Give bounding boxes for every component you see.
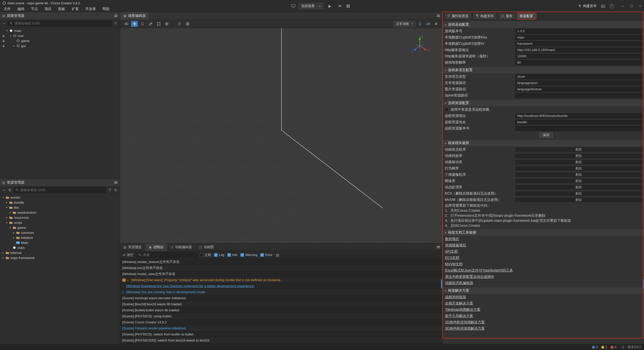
expand-arrow-icon[interactable]: › xyxy=(122,290,125,294)
tree-node[interactable]: ▸common xyxy=(0,230,120,235)
delete-button[interactable]: 删除 xyxy=(575,172,582,177)
status-error-count[interactable]: 0 xyxy=(611,345,616,349)
delete-button[interactable]: 删除 xyxy=(575,191,582,196)
doc-link[interactable]: 游戏模板项目 xyxy=(445,242,466,248)
delete-button[interactable]: 删除 xyxy=(575,179,582,183)
console-tab[interactable]: ▤资源预览 xyxy=(120,243,145,251)
add-asset-button[interactable]: + xyxy=(2,188,6,192)
tree-arrow-icon[interactable]: ▾ xyxy=(5,206,9,209)
inspector-tab[interactable]: 构建发布 xyxy=(473,13,496,19)
delete-button[interactable]: 删除 xyxy=(575,147,582,152)
tree-node[interactable]: TSMain xyxy=(0,240,120,245)
doc-link[interactable]: 动画状态机编辑器 xyxy=(445,280,473,286)
log-row[interactable]: [Scene] Forward render pipeline initiali… xyxy=(120,325,442,331)
config-input[interactable] xyxy=(515,60,642,65)
step-button[interactable] xyxy=(336,3,343,9)
grid-toggle-button[interactable] xyxy=(184,21,191,27)
log-row[interactable]: [Window] model_view文件夹不存在 xyxy=(120,271,442,277)
section-header[interactable]: ▾游戏资源配置 xyxy=(443,100,644,106)
log-row[interactable]: [Scene] [PHYSICS]: using builtin. xyxy=(120,313,442,319)
inspector-tab[interactable]: 属性检查器 xyxy=(445,13,471,19)
move-tool-button[interactable] xyxy=(131,21,138,27)
doc-link[interactable]: 3D角色扮演游戏解决方案 xyxy=(445,325,485,332)
tree-arrow-icon[interactable]: ▸ xyxy=(5,216,9,219)
tree-arrow-icon[interactable]: ▸ xyxy=(9,211,12,214)
collapse-logs-icon[interactable]: ▤ xyxy=(275,253,279,257)
delete-button[interactable]: 删除 xyxy=(575,160,582,164)
log-row[interactable]: [Window] render_texture文件夹不存在 xyxy=(120,259,442,265)
tree-arrow-icon[interactable]: ▸ xyxy=(2,251,5,254)
menu-item[interactable]: 开发者 xyxy=(82,7,99,11)
menu-item[interactable]: 面板 xyxy=(55,7,68,11)
scene-settings-button[interactable]: ⚙ xyxy=(433,21,439,27)
filter-icon[interactable] xyxy=(108,189,112,191)
section-header[interactable]: ▾游戏多语言配置 xyxy=(443,67,644,73)
tree-node[interactable]: ▸resources xyxy=(0,215,120,220)
image-preview-icon[interactable] xyxy=(601,5,605,8)
doc-link[interactable]: 原生包热更新配置自动生成插件 xyxy=(445,274,494,280)
config-input[interactable] xyxy=(515,35,642,40)
lock-icon[interactable] xyxy=(2,39,5,42)
filter-warning[interactable]: ✓Warning xyxy=(240,253,257,257)
rotate-tool-button[interactable] xyxy=(139,21,146,27)
doc-link[interactable]: MVVM文档 xyxy=(445,261,463,267)
tree-arrow-icon[interactable]: ▸ xyxy=(12,236,16,239)
section-header[interactable]: ▾框架解决方案 xyxy=(443,287,644,294)
tree-arrow-icon[interactable]: ▾ xyxy=(9,226,12,229)
tree-node[interactable]: ▸bundle xyxy=(0,200,120,205)
doc-link[interactable]: 2D角色扮演游戏解决方案 xyxy=(445,319,485,325)
config-input[interactable] xyxy=(515,80,642,85)
tree-arrow-icon[interactable]: ▸ xyxy=(5,201,9,204)
filter-icon[interactable] xyxy=(114,22,118,25)
menu-item[interactable]: 扩展 xyxy=(68,7,82,11)
log-row[interactable]: [Scene] Cocos Creator v3.8.2 xyxy=(120,319,442,325)
log-row[interactable]: [Window] ecs文件夹不存在 xyxy=(120,265,442,271)
delete-button[interactable]: 删除 xyxy=(575,185,582,190)
search-input[interactable] xyxy=(20,188,104,192)
console-tab[interactable]: ◷动画编辑器 xyxy=(167,243,195,251)
tree-arrow-icon[interactable]: ▾ xyxy=(2,196,5,199)
tree-node[interactable]: ▸initialize xyxy=(0,235,120,240)
console-tab[interactable]: ◳动画图 xyxy=(195,243,217,251)
close-button[interactable]: × xyxy=(639,4,641,8)
doc-link[interactable]: 新手引导解决方案 xyxy=(445,313,473,319)
camera-preview-button[interactable] xyxy=(425,21,431,27)
lock-icon[interactable] xyxy=(2,45,5,47)
status-info-count[interactable]: 3 xyxy=(592,345,598,349)
inspector-tab[interactable]: 服务 xyxy=(499,13,515,19)
config-input[interactable] xyxy=(515,48,642,53)
tree-node[interactable]: ▾assets xyxy=(0,195,120,200)
mode-3d-button[interactable]: 3D xyxy=(123,21,130,27)
tree-node[interactable]: ▾game xyxy=(0,225,120,230)
config-input[interactable] xyxy=(515,41,642,46)
tree-node[interactable]: ▾root xyxy=(0,33,120,38)
clear-console-button[interactable]: ⊘ 清空 xyxy=(123,253,133,257)
log-row[interactable]: [Scene] [PHYSICS2D]: switch from box2d-w… xyxy=(120,337,442,343)
doc-link[interactable]: 全栈开发解决方案 xyxy=(445,300,473,307)
panel-menu-icon[interactable] xyxy=(437,246,440,248)
tree-arrow-icon[interactable]: ▸ xyxy=(2,256,5,259)
panel-menu-icon[interactable] xyxy=(114,15,117,17)
hierarchy-search[interactable] xyxy=(8,21,112,26)
section-header[interactable]: ▾框架文档工具链接 xyxy=(443,229,644,236)
inspector-tab[interactable]: 框架配置 xyxy=(517,13,536,19)
config-input[interactable] xyxy=(515,126,642,131)
filter-log[interactable]: ✓Log xyxy=(214,253,224,257)
filter-error[interactable]: ✓Error xyxy=(260,253,272,257)
delete-button[interactable]: 删除 xyxy=(575,154,582,158)
tree-node[interactable]: ▾script xyxy=(0,220,120,225)
log-row[interactable]: ›[Window] You are running Vue in develop… xyxy=(120,289,442,295)
tree-arrow-icon[interactable]: ▾ xyxy=(9,34,12,37)
save-button[interactable]: 保存 xyxy=(539,132,553,138)
doc-link[interactable]: API文档 xyxy=(445,248,458,255)
panel-menu-icon[interactable] xyxy=(437,15,440,17)
log-row[interactable]: [Scene] [box2d]:box2d wasm lib loaded. xyxy=(120,301,442,307)
doc-link[interactable]: 教程项目 xyxy=(445,236,459,242)
menu-item[interactable]: 帮助 xyxy=(99,7,113,11)
doc-link[interactable]: Excel格式转Json文件与TypeScript代码工具 xyxy=(445,267,513,274)
maximize-button[interactable]: ☐ xyxy=(630,4,633,8)
assets-search[interactable] xyxy=(14,187,106,193)
light-toggle-button[interactable] xyxy=(417,21,423,27)
tree-node[interactable]: ▸internal xyxy=(0,250,120,255)
tree-node[interactable]: ▸oops-framework xyxy=(0,255,120,260)
